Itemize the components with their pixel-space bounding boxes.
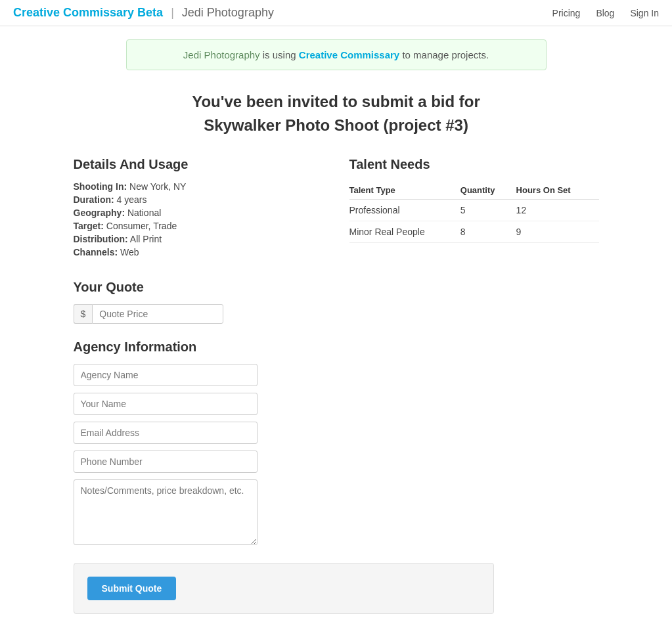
channels: Channels: Web xyxy=(74,247,323,257)
talent-table-body: Professional512Minor Real People89 xyxy=(349,200,599,243)
phone-input[interactable] xyxy=(74,451,258,473)
notes-textarea[interactable] xyxy=(74,479,258,545)
talent-type-cell: Professional xyxy=(349,200,460,221)
banner-text-before2: is using xyxy=(263,49,296,60)
header-left: Creative Commissary Beta | Jedi Photogra… xyxy=(13,6,274,20)
talent-hours-cell: 12 xyxy=(516,200,599,221)
banner-agency-name: Jedi Photography xyxy=(183,49,260,60)
talent-type-cell: Minor Real People xyxy=(349,221,460,243)
submit-quote-button[interactable]: Submit Quote xyxy=(87,577,177,600)
header: Creative Commissary Beta | Jedi Photogra… xyxy=(0,0,672,26)
geography-label: Geography: xyxy=(74,208,125,218)
quantity-col-header: Quantity xyxy=(460,181,516,200)
page-title-line1: You've been invited to submit a bid for xyxy=(192,93,480,110)
header-nav: Pricing Blog Sign In xyxy=(552,8,659,18)
shooting-in: Shooting In: New York, NY xyxy=(74,181,323,192)
talent-table-row: Minor Real People89 xyxy=(349,221,599,243)
agency-info-section: Agency Information xyxy=(74,340,599,547)
email-field xyxy=(74,422,599,444)
agency-name-input[interactable] xyxy=(74,364,258,386)
talent-table-row: Professional512 xyxy=(349,200,599,221)
agency-info-heading: Agency Information xyxy=(74,340,599,355)
announcement-banner: Jedi Photography is using Creative Commi… xyxy=(126,39,547,70)
details-section: Details And Usage Shooting In: New York,… xyxy=(74,157,599,260)
your-name-field xyxy=(74,393,599,415)
nav-blog[interactable]: Blog xyxy=(596,8,614,18)
main-content: You've been invited to submit a bid for … xyxy=(60,83,612,639)
quote-price-input[interactable] xyxy=(92,304,223,324)
details-list: Shooting In: New York, NY Duration: 4 ye… xyxy=(74,181,323,257)
brand-link[interactable]: Creative Commissary Beta xyxy=(13,6,163,20)
talent-quantity-cell: 8 xyxy=(460,221,516,243)
target-value2: Consumer, Trade xyxy=(106,221,177,231)
talent-table: Talent Type Quantity Hours On Set Profes… xyxy=(349,181,599,243)
page-title-line2: Skywalker Photo Shoot (project #3) xyxy=(204,116,468,134)
geography-value2: National xyxy=(127,208,161,218)
talent-heading: Talent Needs xyxy=(349,157,599,172)
talent-hours-cell: 9 xyxy=(516,221,599,243)
distribution: Distribution: All Print xyxy=(74,234,323,244)
agency-name-field xyxy=(74,364,599,386)
distribution-value2: All Print xyxy=(130,234,162,244)
header-separator: | xyxy=(171,6,174,20)
notes-field xyxy=(74,479,599,547)
duration: Duration: 4 years xyxy=(74,194,323,205)
quote-heading: Your Quote xyxy=(74,280,599,295)
your-name-input[interactable] xyxy=(74,393,258,415)
nav-signin[interactable]: Sign In xyxy=(630,8,659,18)
banner-cc-link[interactable]: Creative Commissary xyxy=(299,49,399,60)
submit-area: Submit Quote xyxy=(74,563,494,614)
talent-table-header-row: Talent Type Quantity Hours On Set xyxy=(349,181,599,200)
hours-col-header: Hours On Set xyxy=(516,181,599,200)
quote-section: Your Quote $ xyxy=(74,280,599,324)
quote-input-row: $ xyxy=(74,304,599,324)
dollar-sign: $ xyxy=(74,304,93,324)
banner-text-after2: to manage projects. xyxy=(402,49,489,60)
channels-value2: Web xyxy=(120,247,139,257)
distribution-label: Distribution: xyxy=(74,234,128,244)
nav-pricing[interactable]: Pricing xyxy=(552,8,581,18)
channels-label: Channels: xyxy=(74,247,118,257)
talent-quantity-cell: 5 xyxy=(460,200,516,221)
shooting-in-value2: New York, NY xyxy=(129,181,186,192)
geography: Geography: National xyxy=(74,208,323,218)
header-agency-name: Jedi Photography xyxy=(182,6,274,20)
email-input[interactable] xyxy=(74,422,258,444)
talent-panel: Talent Needs Talent Type Quantity Hours … xyxy=(349,157,599,260)
duration-value2: 4 years xyxy=(117,194,147,205)
talent-type-col-header: Talent Type xyxy=(349,181,460,200)
page-title-section: You've been invited to submit a bid for … xyxy=(74,90,599,137)
target: Target: Consumer, Trade xyxy=(74,221,323,231)
target-label: Target: xyxy=(74,221,104,231)
details-left-panel: Details And Usage Shooting In: New York,… xyxy=(74,157,323,260)
details-heading: Details And Usage xyxy=(74,157,323,172)
duration-label: Duration: xyxy=(74,194,114,205)
phone-field xyxy=(74,451,599,473)
shooting-in-label: Shooting In: xyxy=(74,181,127,192)
